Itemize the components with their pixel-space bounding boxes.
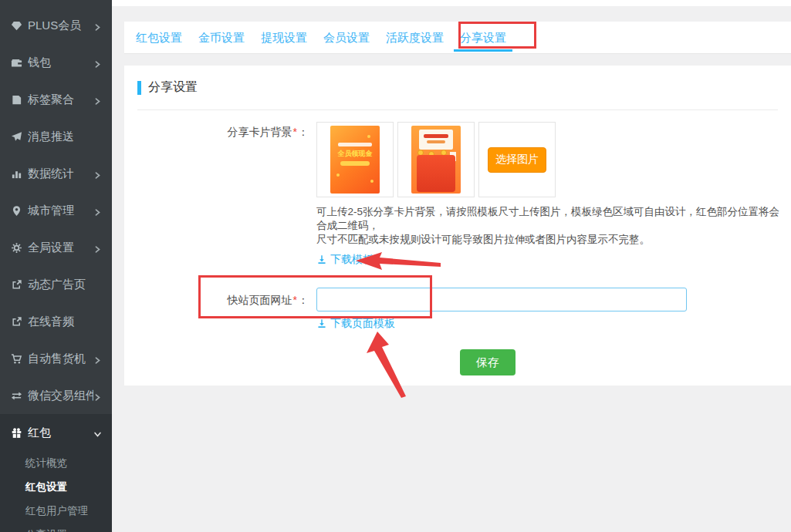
cart-icon <box>10 352 22 365</box>
tab-red-packet-settings[interactable]: 红包设置 <box>136 22 182 54</box>
sidebar-subitem-stats-overview[interactable]: 统计概览 <box>0 451 112 475</box>
required-asterisk: * <box>293 126 297 138</box>
required-asterisk: * <box>293 294 297 306</box>
thumbnail-1[interactable]: 全员领现金 <box>316 122 394 197</box>
download-page-template-link[interactable]: 下载页面模板 <box>316 317 395 331</box>
bar-chart-icon <box>10 167 22 180</box>
site-url-label: 快站页面网址*： <box>124 294 309 308</box>
sidebar-item-tag-aggregation[interactable]: 标签聚合 <box>0 81 112 118</box>
download-icon <box>316 318 327 329</box>
chevron-right-icon <box>93 391 103 400</box>
chevron-right-icon <box>93 21 103 30</box>
header-strip <box>112 0 791 6</box>
chevron-right-icon <box>93 95 103 104</box>
share-card-bg-label: 分享卡片背景*： <box>124 126 309 140</box>
sidebar-subitem-red-packet-user-management[interactable]: 红包用户管理 <box>0 499 112 523</box>
share-card-thumbnails: 全员领现金 选择图片 <box>316 122 559 197</box>
upload-help-text: 可上传2-5张分享卡片背景，请按照模板尺寸上传图片，模板绿色区域可自由设计，红色… <box>316 205 784 247</box>
chevron-down-icon <box>93 428 103 437</box>
settings-tab-bar: 红包设置 金币设置 提现设置 会员设置 活跃度设置 分享设置 <box>124 22 791 54</box>
chevron-right-icon <box>93 206 103 215</box>
tab-withdraw-settings[interactable]: 提现设置 <box>261 22 307 54</box>
sidebar-subitem-share-settings[interactable]: 分享设置 <box>0 523 112 532</box>
sidebar-item-red-packet[interactable]: 红包 <box>0 414 112 451</box>
sidebar: PLUS会员 钱包 标签聚合 消息推送 数据统计 <box>0 0 112 532</box>
share-card-image-1: 全员领现金 <box>330 126 380 194</box>
chevron-right-icon <box>93 169 103 178</box>
gift-icon <box>10 426 22 439</box>
sidebar-item-global-settings[interactable]: 全局设置 <box>0 229 112 266</box>
sidebar-subitem-red-packet-settings[interactable]: 红包设置 <box>0 475 112 499</box>
sidebar-item-city-management[interactable]: 城市管理 <box>0 192 112 229</box>
sidebar-item-vending-machine[interactable]: 自动售货机 <box>0 340 112 377</box>
divider <box>137 109 778 110</box>
download-template-link[interactable]: 下载模板 <box>316 253 374 267</box>
sidebar-item-plus-member[interactable]: PLUS会员 <box>0 7 112 44</box>
gem-icon <box>10 19 22 32</box>
tab-share-settings[interactable]: 分享设置 <box>460 22 506 54</box>
note-icon <box>10 93 22 106</box>
share-settings-panel: 分享设置 分享卡片背景*： 全员领现金 <box>124 66 791 386</box>
chevron-right-icon <box>93 243 103 252</box>
share-card-image-2 <box>411 126 461 194</box>
download-icon <box>316 254 327 265</box>
sidebar-section-red-packet: 红包 统计概览 红包设置 红包用户管理 分享设置 <box>0 414 112 532</box>
sidebar-item-wallet[interactable]: 钱包 <box>0 44 112 81</box>
external-link-icon <box>10 278 22 291</box>
exchange-icon <box>10 389 22 402</box>
sidebar-item-dynamic-ad-page[interactable]: 动态广告页 <box>0 266 112 303</box>
chevron-right-icon <box>93 354 103 363</box>
chevron-right-icon <box>93 58 103 67</box>
section-accent-bar <box>137 81 141 95</box>
section-title: 分享设置 <box>148 79 198 96</box>
sidebar-item-online-audio[interactable]: 在线音频 <box>0 303 112 340</box>
site-url-input[interactable] <box>316 288 687 311</box>
tab-member-settings[interactable]: 会员设置 <box>323 22 370 54</box>
tab-gold-coin-settings[interactable]: 金币设置 <box>198 22 245 54</box>
sidebar-item-wechat-trade-component[interactable]: 微信交易组件 <box>0 377 112 414</box>
sidebar-item-data-statistics[interactable]: 数据统计 <box>0 155 112 192</box>
choose-image-cell: 选择图片 <box>478 122 556 197</box>
choose-image-button[interactable]: 选择图片 <box>488 147 546 173</box>
tab-activity-settings[interactable]: 活跃度设置 <box>386 22 444 54</box>
admin-page: PLUS会员 钱包 标签聚合 消息推送 数据统计 <box>0 0 791 532</box>
send-icon <box>10 130 22 143</box>
wallet-icon <box>10 56 22 69</box>
map-pin-icon <box>10 204 22 217</box>
external-link-icon <box>10 315 22 328</box>
save-button[interactable]: 保存 <box>460 349 516 375</box>
gear-icon <box>10 241 22 254</box>
sidebar-item-message-push[interactable]: 消息推送 <box>0 118 112 155</box>
thumbnail-2[interactable] <box>397 122 475 197</box>
